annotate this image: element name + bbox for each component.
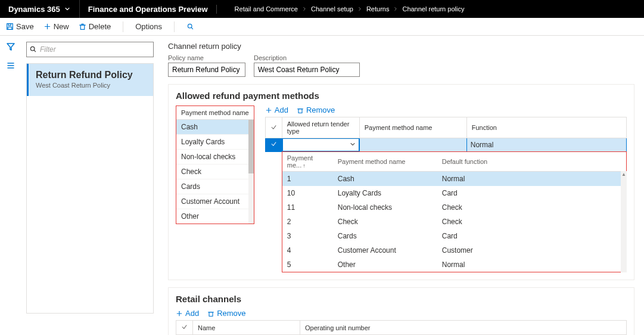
lookup-row[interactable]: 2CheckCheck (282, 215, 626, 229)
remove-label: Remove (217, 309, 245, 318)
check-icon (270, 124, 277, 131)
new-button[interactable]: New (43, 22, 69, 31)
delete-button[interactable]: Delete (79, 22, 111, 31)
rc-header-oun[interactable]: Operating unit number (300, 321, 627, 335)
trash-icon (79, 23, 86, 30)
breadcrumb-item[interactable]: Channel setup (311, 5, 353, 13)
grid-check-header[interactable] (265, 117, 282, 138)
record-list-panel: Return Refund Policy West Coast Return P… (26, 63, 154, 314)
svg-line-15 (34, 50, 35, 51)
product-switcher[interactable]: Dynamics 365 (0, 5, 79, 14)
lookup-header-num[interactable]: Payment me...↑ (282, 152, 333, 172)
record-subtitle: West Coast Return Policy (36, 82, 146, 89)
svg-rect-1 (8, 24, 11, 26)
tender-type-combo[interactable] (282, 138, 359, 151)
svg-rect-2 (8, 27, 12, 29)
refund-grid-area: Add Remove Allowed return t (265, 106, 627, 272)
command-separator (174, 21, 175, 32)
pmn-row[interactable]: Customer Account (176, 194, 254, 209)
funnel-icon[interactable] (6, 42, 15, 51)
pmn-row[interactable]: Cards (176, 179, 254, 194)
options-button[interactable]: Options (135, 22, 162, 31)
save-icon (6, 23, 14, 30)
lookup-row[interactable]: 4Customer AccountCustomer (282, 243, 626, 258)
rc-header-name[interactable]: Name (193, 321, 300, 335)
breadcrumb: Retail and Commerce Channel setup Return… (217, 5, 465, 13)
description-input[interactable] (254, 63, 360, 77)
add-label: Add (185, 309, 199, 318)
chevron-right-icon (357, 6, 363, 12)
payment-method-list: Payment method name Cash Loyalty Cards N… (176, 106, 254, 224)
refund-methods-section: Allowed refund payment methods Payment m… (168, 84, 634, 280)
plus-icon (43, 23, 51, 30)
command-bar: Save New Delete Options (0, 18, 644, 36)
module-label: Finance and Operations Preview (80, 5, 217, 14)
description-label: Description (254, 54, 360, 61)
breadcrumb-item[interactable]: Returns (366, 5, 390, 13)
list-icon[interactable] (6, 61, 15, 70)
grid-check-header[interactable] (176, 321, 193, 335)
top-bar: Dynamics 365 Finance and Operations Prev… (0, 0, 644, 18)
row-func-cell[interactable]: Normal (466, 138, 626, 152)
row-pmn-cell[interactable] (359, 138, 466, 152)
pmn-row[interactable]: Check (176, 165, 254, 179)
lookup-row[interactable]: 5OtherNormal (282, 258, 626, 272)
grid-header-pmn[interactable]: Payment method name (359, 117, 466, 138)
policy-name-input[interactable] (168, 63, 245, 77)
lookup-header-name[interactable]: Payment method name (333, 152, 437, 172)
tender-lookup-popup: Payment me...↑ Payment method name Defau… (282, 152, 627, 272)
pmn-row[interactable]: Cash (176, 120, 254, 135)
save-label: Save (16, 22, 34, 31)
svg-line-9 (191, 27, 192, 29)
pmn-scrollbar[interactable] (248, 120, 254, 224)
page-title: Channel return policy (168, 42, 634, 51)
chevron-right-icon (301, 6, 307, 12)
lookup-row[interactable]: 1CashNormal (282, 172, 626, 187)
grid-header-tender[interactable]: Allowed return tender type (282, 117, 359, 138)
main-content: Channel return policy Policy name Descri… (158, 36, 644, 335)
plus-icon (176, 310, 183, 317)
refund-grid-row[interactable]: Normal (265, 138, 626, 152)
options-label: Options (135, 22, 162, 31)
breadcrumb-item[interactable]: Channel return policy (402, 5, 464, 13)
lookup-header-def[interactable]: Default function (437, 152, 626, 172)
breadcrumb-item[interactable]: Retail and Commerce (235, 5, 298, 13)
policy-name-label: Policy name (168, 54, 245, 61)
remove-label: Remove (306, 106, 335, 114)
remove-channel-button[interactable]: Remove (207, 309, 245, 318)
svg-rect-5 (80, 25, 85, 29)
lookup-row[interactable]: 11Non-local checksCheck (282, 200, 626, 215)
lookup-scrollbar[interactable]: ▲ (621, 171, 627, 272)
pmn-row[interactable]: Non-local checks (176, 150, 254, 165)
policy-name-field: Policy name (168, 54, 245, 77)
add-label: Add (275, 106, 288, 114)
sort-asc-icon: ↑ (303, 163, 306, 169)
chevron-down-icon (64, 5, 71, 13)
trash-icon (207, 310, 214, 317)
scroll-up-icon[interactable]: ▲ (621, 171, 627, 177)
refund-section-title: Allowed refund payment methods (176, 91, 627, 101)
description-field: Description (254, 54, 360, 77)
workspace: Return Refund Policy West Coast Return P… (0, 36, 644, 335)
row-selected-marker[interactable] (265, 138, 282, 152)
remove-refund-button[interactable]: Remove (297, 106, 335, 114)
pmn-header[interactable]: Payment method name (176, 106, 254, 120)
grid-header-func[interactable]: Function (466, 117, 626, 138)
pmn-row[interactable]: Other (176, 209, 254, 224)
lookup-row[interactable]: 3CardsCard (282, 229, 626, 243)
search-button[interactable] (186, 23, 194, 30)
chevron-right-icon (393, 6, 399, 12)
filter-input[interactable] (26, 42, 154, 57)
retail-channels-section: Retail channels Add Remove Name (168, 287, 634, 335)
check-icon (181, 324, 188, 330)
add-refund-button[interactable]: Add (265, 106, 288, 114)
record-title: Return Refund Policy (36, 70, 146, 80)
record-list-item[interactable]: Return Refund Policy West Coast Return P… (27, 64, 153, 96)
pmn-row[interactable]: Loyalty Cards (176, 135, 254, 150)
save-button[interactable]: Save (6, 22, 34, 31)
trash-icon (297, 107, 304, 114)
lookup-row[interactable]: 10Loyalty CardsCard (282, 186, 626, 200)
add-channel-button[interactable]: Add (176, 309, 199, 318)
plus-icon (265, 107, 272, 114)
filter-box (26, 42, 154, 57)
